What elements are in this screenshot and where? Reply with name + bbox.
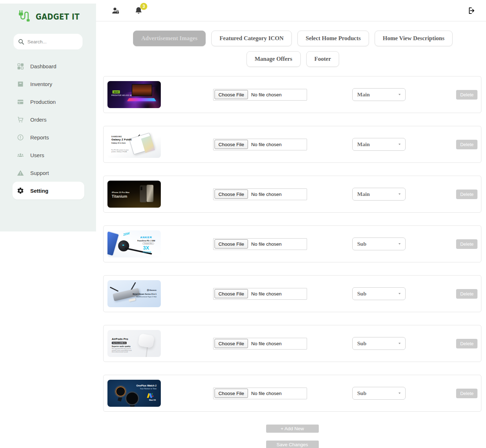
search-icon: [18, 39, 24, 45]
ad-thumbnail-airpods-pro: AirPods Pro 2nd Gen (USB-C) Superior aud…: [107, 330, 161, 357]
sidebar-item-label: Dashboard: [30, 63, 56, 69]
file-status: No file chosen: [251, 192, 282, 197]
category-select[interactable]: Main: [352, 188, 406, 201]
delete-button[interactable]: Delete: [456, 140, 477, 149]
file-input: Choose File No file chosen: [213, 238, 307, 250]
chevron-down-icon: [398, 243, 401, 245]
ad-row: AirPods Pro 2nd Gen (USB-C) Superior aud…: [103, 325, 481, 362]
sidebar-item-label: Inventory: [30, 81, 52, 87]
sidebar-item-orders[interactable]: Orders: [12, 111, 84, 128]
delete-button[interactable]: Delete: [456, 90, 477, 100]
ad-thumbnail-oneplus-watch: OnePlus Watch 2 Your Partner in Time Wea…: [107, 380, 161, 407]
file-status: No file chosen: [251, 341, 282, 346]
users-icon: [17, 151, 24, 159]
dashboard-icon: [17, 63, 24, 70]
production-icon: [17, 98, 24, 106]
chevron-down-icon: [398, 343, 401, 344]
tab-advertisement-images[interactable]: Advertisement Images: [133, 31, 206, 46]
delete-button[interactable]: Delete: [456, 339, 477, 348]
ad-row: SAMSUNG Galaxy Z Fold6 Galaxy AI is here…: [103, 126, 481, 163]
logo-text: GADGET IT: [36, 12, 79, 22]
add-new-button[interactable]: + Add New: [266, 425, 319, 433]
choose-file-button[interactable]: Choose File: [215, 239, 248, 249]
tab-manage-offers[interactable]: Manage Offers: [247, 51, 301, 67]
gear-icon: [17, 187, 24, 194]
choose-file-button[interactable]: Choose File: [215, 140, 248, 149]
choose-file-button[interactable]: Choose File: [215, 339, 248, 348]
sidebar-item-inventory[interactable]: Inventory: [12, 75, 84, 93]
tab-featured-category-icon[interactable]: Featured Category ICON: [211, 31, 292, 46]
settings-tabs: Advertisement Images Featured Category I…: [96, 21, 486, 67]
ad-row: iPhone 15 Pro Max Titanium Choose File N…: [103, 176, 481, 213]
chevron-down-icon: [398, 193, 401, 195]
ad-row: acer PREDATOR HELIOS NEO 16 Choose File …: [103, 76, 481, 113]
sidebar-item-label: Support: [30, 170, 49, 176]
plug-icon: [16, 10, 31, 24]
file-status: No file chosen: [251, 291, 282, 297]
sidebar: GADGET IT Dashboard Inve: [0, 4, 96, 231]
logo: GADGET IT: [0, 4, 96, 24]
chevron-down-icon: [398, 293, 401, 294]
sidebar-item-label: Setting: [30, 188, 48, 194]
footer-actions: + Add New Save Changes: [96, 425, 486, 448]
ad-image-list: acer PREDATOR HELIOS NEO 16 Choose File …: [96, 67, 486, 412]
sidebar-item-label: Users: [30, 152, 44, 158]
delete-button[interactable]: Delete: [456, 389, 477, 398]
choose-file-button[interactable]: Choose File: [215, 190, 248, 199]
file-status: No file chosen: [251, 391, 282, 396]
file-input: Choose File No file chosen: [213, 288, 307, 300]
inventory-icon: [17, 80, 24, 88]
sidebar-item-production[interactable]: Production: [12, 93, 84, 111]
ad-row: OnePlus Watch 2 Your Partner in Time Wea…: [103, 375, 481, 412]
chevron-down-icon: [398, 393, 401, 394]
chevron-down-icon: [398, 94, 401, 95]
choose-file-button[interactable]: Choose File: [215, 289, 248, 298]
ad-thumbnail-baseus-hub: Ⓑ Baseus Metal Gleam Series 8 in 1 Multi…: [107, 280, 161, 307]
category-select[interactable]: Sub: [352, 287, 406, 300]
save-changes-button[interactable]: Save Changes: [266, 441, 319, 448]
admin-account-icon[interactable]: [111, 6, 120, 15]
sidebar-item-label: Orders: [30, 117, 47, 123]
file-status: No file chosen: [251, 241, 282, 247]
search-input[interactable]: [27, 39, 77, 44]
file-status: No file chosen: [251, 92, 282, 97]
sidebar-item-reports[interactable]: Reports: [12, 128, 84, 146]
sidebar-item-dashboard[interactable]: Dashboard: [12, 57, 84, 75]
ad-thumbnail-anker-charger: 20W ANKER PowerDrive PD+ 2 38W Compact S…: [107, 230, 161, 257]
tab-select-home-products[interactable]: Select Home Products: [297, 31, 369, 46]
file-status: No file chosen: [251, 142, 282, 147]
sidebar-item-label: Reports: [30, 134, 49, 140]
category-select[interactable]: Sub: [352, 387, 406, 400]
delete-button[interactable]: Delete: [456, 239, 477, 249]
sidebar-item-label: Production: [30, 99, 56, 105]
logout-icon[interactable]: [467, 6, 475, 15]
category-select[interactable]: Main: [352, 138, 406, 151]
file-input: Choose File No file chosen: [213, 388, 307, 399]
category-select[interactable]: Sub: [352, 337, 406, 350]
ad-thumbnail-galaxy-z-fold: SAMSUNG Galaxy Z Fold6 Galaxy AI is here…: [107, 131, 161, 158]
sidebar-item-support[interactable]: Support: [12, 164, 84, 182]
tab-footer[interactable]: Footer: [306, 51, 339, 67]
topbar: 3: [96, 0, 486, 21]
category-select[interactable]: Sub: [352, 238, 406, 250]
category-select[interactable]: Main: [352, 88, 406, 101]
tab-home-view-descriptions[interactable]: Home View Descriptions: [375, 31, 453, 46]
chevron-down-icon: [398, 144, 401, 145]
sidebar-item-setting[interactable]: Setting: [12, 182, 84, 199]
choose-file-button[interactable]: Choose File: [215, 90, 248, 99]
ad-row: 20W ANKER PowerDrive PD+ 2 38W Compact S…: [103, 225, 481, 262]
ad-thumbnail-acer-predator: acer PREDATOR HELIOS NEO 16: [107, 81, 161, 108]
sidebar-nav: Dashboard Inventory Production: [0, 57, 96, 199]
delete-button[interactable]: Delete: [456, 190, 477, 199]
cart-icon: [17, 116, 24, 123]
delete-button[interactable]: Delete: [456, 289, 477, 299]
file-input: Choose File No file chosen: [213, 188, 307, 200]
file-input: Choose File No file chosen: [213, 139, 307, 150]
notifications[interactable]: 3: [134, 6, 143, 15]
main-area: 3 Advertisement Images Featured Category…: [96, 0, 486, 448]
notification-badge: 3: [140, 3, 147, 10]
choose-file-button[interactable]: Choose File: [215, 389, 248, 398]
ad-row: Ⓑ Baseus Metal Gleam Series 8 in 1 Multi…: [103, 275, 481, 312]
sidebar-item-users[interactable]: Users: [12, 146, 84, 164]
search-box[interactable]: [14, 34, 83, 49]
